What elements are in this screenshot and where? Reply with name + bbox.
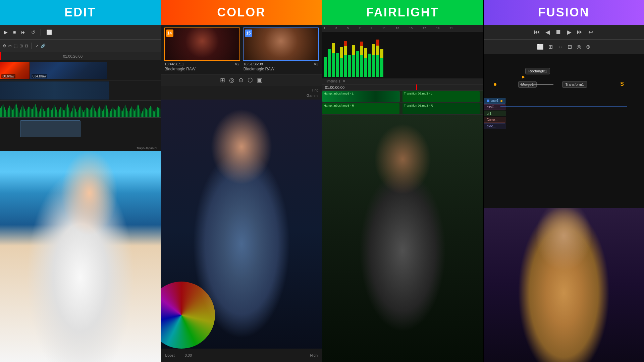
rewind-button[interactable]: ⏮ [534,28,540,36]
view-tool-6[interactable]: ⊕ [586,44,590,50]
node-corre[interactable]: Corre... [484,117,506,123]
audio-clip-2b[interactable]: Transition 05.mp3 - R [402,103,480,114]
fusion-stop-button[interactable]: ⏹ [555,28,561,36]
left-nodes: lace1 ◀ essC... ur1 Corre... eMe... [484,98,506,129]
tool-chain[interactable]: 🔗 [41,44,46,48]
fairlight-ruler: 1 3 5 7 9 11 13 15 17 19 21 [322,25,483,32]
view-tool-4[interactable]: ⊟ [568,44,572,50]
play-button[interactable]: ▶ [3,29,9,36]
tool-blade[interactable]: ✂ [8,44,12,48]
fusion-person-image [484,208,644,362]
audio-waveform [0,101,161,117]
node-transform1[interactable]: Transform1 [562,81,587,88]
color-tool-gallery[interactable]: ▣ [257,76,263,84]
clip-thumbnail-2 [244,28,318,60]
fastforward-button[interactable]: ⏭ [577,28,583,36]
fairlight-audio-track-1: Hamp...nbosh.mp3 - L Transition 05.mp3 -… [322,90,483,103]
vu-fill-12 [368,54,371,77]
fusion-title: FUSION [538,5,590,19]
fairlight-panel: FAIRLIGHT 1 3 5 7 9 11 13 15 17 19 21 [322,0,484,362]
view-tool-3[interactable]: ↔ [557,44,563,50]
color-tool-grid[interactable]: ⊞ [220,76,225,84]
node-eme-label: eMe... [487,124,496,128]
clip-time-1: 18:44:31:11 [165,62,184,66]
clip-number-1: 14 [166,29,173,37]
vu-fill-5 [340,47,343,77]
audio-clip-1a[interactable]: Hamp...nbosh.mp3 - L [322,91,399,102]
clip-thumb-2[interactable]: 15 [243,27,319,61]
color-header[interactable]: COLOR [161,0,322,25]
view-tool-1[interactable]: ⬜ [537,44,544,50]
clip-timecode-2: 18:51:36:08 V2 [243,62,319,66]
node-ur1-label: ur1 [487,112,491,115]
edit-tools: ⚙ ✂ ⬚ ⊞ ⊟ ↗ 🔗 [0,40,161,52]
boost-label: Boost [165,353,175,357]
tool-trim[interactable]: ⚙ [3,44,6,48]
node-essc[interactable]: essC... [484,104,506,110]
fusion-header[interactable]: FUSION [484,0,644,25]
tool-dynamic[interactable]: ⊞ [19,44,23,48]
timeline-dropdown-icon[interactable]: ▼ [342,79,346,83]
fusion-play-button[interactable]: ▶ [567,28,572,36]
edit-person-area [0,151,161,362]
node-eme[interactable]: eMe... [484,123,506,129]
color-labels: Tint Gamm [161,86,322,100]
edit-bottom-area: Tokyo Japan C... [0,117,161,151]
prev-button[interactable]: ◀ [545,28,550,36]
color-tool-circle[interactable]: ◎ [229,76,234,84]
redo-button[interactable]: ↩ [588,28,593,36]
bottom-selection-clip[interactable] [20,120,80,137]
color-label-row-1: Tint [165,87,318,93]
next-button[interactable]: ⏭ [20,29,27,36]
tool-link[interactable]: ⊟ [25,44,28,48]
clip-name-1: Blackmagic RAW [164,67,240,71]
audio-clip-1b[interactable]: Transition 05.mp3 - L [402,91,480,102]
node-lace1[interactable]: lace1 ◀ [484,98,506,104]
view-tool-5[interactable]: ◎ [577,44,581,50]
tool-curve[interactable]: ↗ [35,44,39,48]
snapshot-button[interactable]: ⬜ [45,29,53,36]
audio-label-2b: Transition 05.mp3 - R [404,104,433,107]
vu-bar-6 [344,37,347,77]
fairlight-timecode: 01:00:00:00 [325,85,344,89]
node-ur1[interactable]: ur1 [484,111,506,116]
clip-red[interactable]: 30.braw [0,62,30,79]
node-rectangle1[interactable]: Rectangle1 [525,68,550,74]
audio-clip-2a[interactable]: Hamp...nbosh.mp3 - R [322,103,399,114]
node-rectangle1-label: Rectangle1 [528,69,547,73]
fairlight-timeline-label: Timeline 1 ▼ [322,78,483,84]
stop-button[interactable]: ■ [12,29,17,36]
color-tool-nodes[interactable]: ⬡ [248,76,253,84]
fairlight-header[interactable]: FAIRLIGHT [322,0,483,25]
vu-bar-7 [348,37,351,77]
video-track-2 [0,80,161,101]
view-tool-2[interactable]: ⊞ [548,44,553,50]
edit-header[interactable]: EDIT [0,0,161,25]
color-tool-target[interactable]: ⊙ [238,76,244,84]
clip-thumb-1[interactable]: 14 [164,27,240,61]
timeline-time: 01:00:26:00 [63,54,83,58]
loop-button[interactable]: ↺ [30,29,37,36]
connector-horiz-1 [500,106,628,107]
clip-blue[interactable]: 034.braw [30,62,107,79]
vu-fill-15 [380,49,383,77]
fusion-node-editor: Rectangle1 Merge1 Transform1 ▶ lace1 [484,54,644,208]
node-corre-label: Corre... [487,118,498,122]
vu-fill-6 [344,41,347,77]
tool-select[interactable]: ⬚ [14,44,17,48]
clip-thumbnail-1 [165,28,239,60]
clip-name-2: Blackmagic RAW [243,67,319,71]
dark-blue-clip[interactable] [0,81,109,100]
gamma-label: Gamm [307,94,318,98]
fusion-toolbar: ⏮ ◀ ⏹ ▶ ⏭ ↩ [484,25,644,40]
separator1 [41,29,41,36]
ruler-num-4: 7 [359,26,361,30]
edit-toolbar: ▶ ■ ⏭ ↺ ⬜ [0,25,161,40]
ruler-num-11: 21 [449,26,453,30]
vu-fill-14 [376,40,379,77]
audio-label-1b: Transition 05.mp3 - L [404,92,432,95]
color-clip-1: 14 18:44:31:11 V2 Blackmagic RAW [164,27,240,71]
vu-fill-11 [364,48,367,77]
timeline-ruler: 01:00:26:00 [0,52,161,60]
vu-fill-2 [328,49,331,77]
